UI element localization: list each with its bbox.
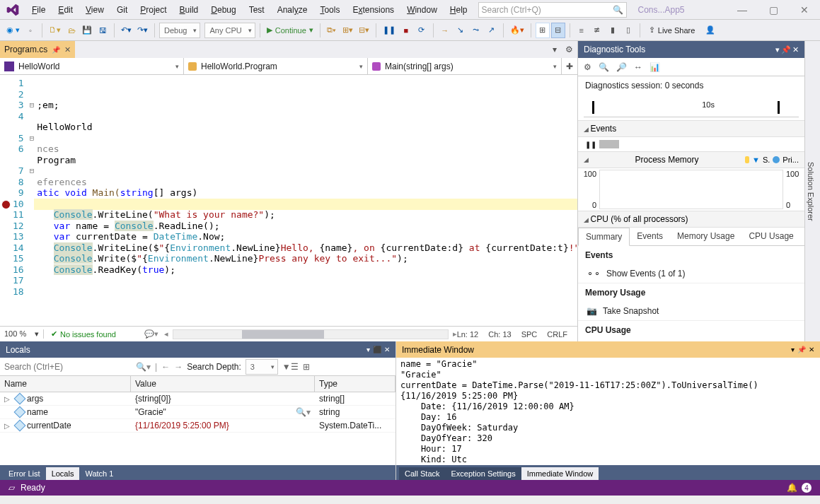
locals-title-bar[interactable]: Locals ▾ ⬛ ✕: [0, 341, 395, 358]
window-close-button[interactable]: ✕: [789, 0, 820, 20]
diag-cpu-header[interactable]: CPU (% of all processors): [578, 211, 804, 228]
zoom-in-icon[interactable]: 🔍: [599, 62, 609, 72]
restart-button[interactable]: ⟳: [415, 23, 429, 38]
window-minimize-button[interactable]: —: [727, 0, 758, 20]
prev-button[interactable]: ←: [161, 362, 170, 372]
diag-timeline[interactable]: 10s: [584, 98, 799, 117]
tab-immediate[interactable]: Immediate Window: [521, 467, 599, 480]
feedback-button[interactable]: 👤: [703, 23, 717, 38]
redo-button[interactable]: ↷▾: [135, 23, 150, 38]
nav-add-button[interactable]: ✚: [562, 58, 577, 74]
intellicode-sel-button[interactable]: ⊟: [551, 23, 565, 38]
new-button[interactable]: 🗋▾: [47, 23, 63, 38]
filter-button[interactable]: ▼☰: [282, 362, 299, 372]
menu-project[interactable]: Project: [134, 1, 173, 18]
panel-pin-button[interactable]: 📌: [797, 346, 806, 353]
step-over-button[interactable]: ⤳: [469, 23, 483, 38]
menu-help[interactable]: Help: [444, 1, 474, 18]
diag-title-bar[interactable]: Diagnostic Tools ▾ 📌 ✕: [578, 41, 804, 58]
fold-column[interactable]: ⊟ ⊟ ⊟: [30, 75, 35, 326]
save-button[interactable]: 💾: [80, 23, 94, 38]
depth-select[interactable]: 3: [246, 359, 278, 375]
memory-graph[interactable]: [599, 170, 783, 209]
menu-build[interactable]: Build: [173, 1, 205, 18]
pin-icon[interactable]: 📌: [52, 46, 60, 54]
code-editor[interactable]: 1234 56 7891011 1213141516 1718 ⊟ ⊟ ⊟: [0, 75, 577, 326]
diag-memory-header[interactable]: Process Memory ▼S. Pri...: [578, 151, 804, 168]
comment-button[interactable]: ≡: [574, 23, 589, 38]
platform-select[interactable]: Any CPU: [204, 23, 255, 38]
panel-dropdown-button[interactable]: ▾: [775, 45, 780, 54]
diag-tab-cpu[interactable]: CPU Usage: [741, 228, 800, 245]
indent-indicator[interactable]: SPC: [521, 330, 538, 339]
diag-events-header[interactable]: Events: [578, 120, 804, 137]
global-search-input[interactable]: Search (Ctrl+Q) 🔍: [478, 2, 627, 18]
settings-icon[interactable]: ⚙: [584, 62, 591, 72]
intellicode-button[interactable]: ⊞: [536, 23, 550, 38]
eol-indicator[interactable]: CRLF: [547, 330, 567, 339]
zoom-select[interactable]: 100 %▾: [0, 329, 44, 339]
stop-button[interactable]: ■: [399, 23, 413, 38]
nav-scope-select[interactable]: HelloWorld: [0, 58, 184, 74]
close-tab-button[interactable]: ✕: [64, 45, 71, 54]
stack-button[interactable]: ⊟▾: [357, 23, 371, 38]
immediate-output[interactable]: name = "Gracie" "Gracie" currentDate = D…: [396, 358, 820, 465]
uncomment-button[interactable]: ≢: [590, 23, 604, 38]
panel-pin-button[interactable]: 📌: [781, 45, 791, 54]
diag-tab-memory[interactable]: Memory Usage: [670, 228, 741, 245]
menu-git[interactable]: Git: [110, 1, 134, 18]
panel-close-button[interactable]: ✕: [792, 45, 799, 54]
fwd-nav-button[interactable]: ◦: [23, 23, 37, 38]
save-all-button[interactable]: 🖫: [96, 23, 110, 38]
tab-locals[interactable]: Locals: [46, 467, 80, 480]
tab-watch1[interactable]: Watch 1: [79, 467, 119, 480]
col-name[interactable]: Name: [0, 376, 131, 392]
step-out-button[interactable]: ↗: [485, 23, 499, 38]
tab-error-list[interactable]: Error List: [3, 467, 46, 480]
document-tab-program[interactable]: Program.cs 📌 ✕: [0, 41, 75, 58]
nav-member-select[interactable]: Main(string[] args): [368, 58, 562, 74]
open-button[interactable]: 🗁: [64, 23, 79, 38]
panel-dropdown-button[interactable]: ▾: [791, 346, 795, 353]
tab-settings-button[interactable]: ⚙: [562, 42, 576, 57]
tab-dropdown-button[interactable]: ▾: [548, 42, 562, 57]
show-next-button[interactable]: →: [438, 23, 452, 38]
menu-file[interactable]: File: [25, 1, 52, 18]
reset-icon[interactable]: ↔: [634, 62, 642, 72]
window-maximize-button[interactable]: ▢: [758, 0, 789, 20]
h-scrollbar[interactable]: [173, 329, 449, 339]
config-select[interactable]: Debug: [159, 23, 200, 38]
process-button[interactable]: ⧉▾: [325, 23, 339, 38]
code-text[interactable]: ;em; HelloWorld nces Program eferences a…: [34, 75, 577, 326]
col-indicator[interactable]: Ch: 13: [488, 330, 511, 339]
take-snapshot-link[interactable]: 📷 Take Snapshot: [578, 302, 804, 321]
panel-pin-button[interactable]: ⬛: [373, 346, 381, 353]
back-nav-button[interactable]: ◉ ▾: [4, 23, 22, 38]
menu-edit[interactable]: Edit: [52, 1, 79, 18]
locals-row[interactable]: ▷currentDate{11/16/2019 5:25:00 PM}Syste…: [0, 419, 395, 433]
menu-test[interactable]: Test: [243, 1, 271, 18]
panel-close-button[interactable]: ✕: [384, 346, 390, 353]
diag-tab-summary[interactable]: Summary: [578, 228, 630, 246]
locals-row[interactable]: ▷args{string[0]}string[]: [0, 392, 395, 406]
locals-row[interactable]: name"Gracie"🔍▾string: [0, 406, 395, 419]
nav-class-select[interactable]: HelloWorld.Program: [184, 58, 368, 74]
next-button[interactable]: →: [174, 362, 183, 372]
menu-extensions[interactable]: Extensions: [346, 1, 400, 18]
thread-button[interactable]: ⊞▾: [340, 23, 355, 38]
tab-exception-settings[interactable]: Exception Settings: [446, 467, 521, 480]
col-type[interactable]: Type: [315, 376, 395, 392]
panel-close-button[interactable]: ✕: [809, 346, 814, 353]
col-value[interactable]: Value: [131, 376, 315, 392]
panel-dropdown-button[interactable]: ▾: [366, 346, 370, 353]
breakpoint-icon[interactable]: [1, 200, 11, 209]
chart-icon[interactable]: 📊: [649, 62, 660, 72]
menu-debug[interactable]: Debug: [204, 1, 242, 18]
authors-icon[interactable]: 💬▾: [144, 329, 158, 339]
menu-window[interactable]: Window: [400, 1, 444, 18]
diag-tab-events[interactable]: Events: [630, 228, 670, 245]
cols-button[interactable]: ⊞: [303, 362, 310, 372]
pause-button[interactable]: ❚❚: [381, 23, 398, 38]
menu-analyze[interactable]: Analyze: [271, 1, 314, 18]
show-events-link[interactable]: ⚬⚬ Show Events (1 of 1): [578, 264, 804, 283]
